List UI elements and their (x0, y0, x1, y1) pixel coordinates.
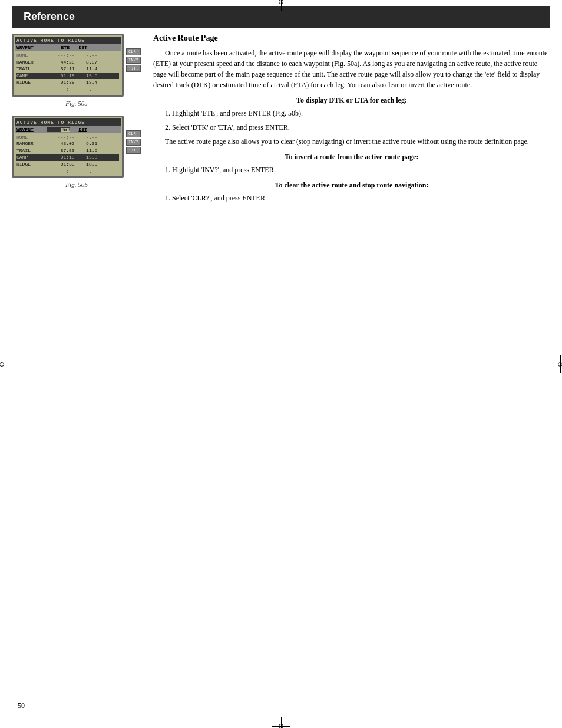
table-row: HOME ---:-- -.-- (16, 134, 119, 141)
screen-50b-body: HOME ---:-- -.-- RANGER 45:02 9.01 (15, 133, 121, 176)
sub-heading-1: To display DTK or ETA for each leg: (153, 96, 550, 105)
figure-50a-wrapper: ACTIVE HOME TO RIDGE WRVPNT ETE DST HOME… (12, 34, 141, 97)
screen-50b-title: ACTIVE HOME TO RIDGE (15, 118, 121, 126)
page-number: 50 (18, 701, 25, 710)
inv-button-50b[interactable]: INV? (126, 139, 141, 146)
nav-button-50a[interactable]: ↑↓T↓ (126, 65, 141, 72)
table-row-active: CAMP 01:15 15.8 (16, 154, 119, 161)
screen-50a: ACTIVE HOME TO RIDGE WRVPNT ETE DST HOME… (12, 34, 124, 97)
table-row: RANGER 44:28 8.87 (16, 59, 119, 66)
table-row: RANGER 45:02 9.01 (16, 140, 119, 147)
screen-50b-header: WRVPNT ETE DST (15, 126, 121, 133)
screen-50b-side: CLR↑ INV? ↑↓T↓ (126, 130, 141, 154)
step-1b: 2. Select 'DTK' or 'ETA', and press ENTE… (165, 122, 550, 133)
nav-button-50b[interactable]: ↑↓T↓ (126, 147, 141, 154)
screen-50b: ACTIVE HOME TO RIDGE WRVPNT ETE DST HOME… (12, 116, 124, 179)
screen-50a-side: CLR↑ INV? ↑↓T↓ (126, 48, 141, 72)
figure-50b: ACTIVE HOME TO RIDGE WRVPNT ETE DST HOME… (12, 116, 141, 189)
clr-button-50b[interactable]: CLR↑ (126, 130, 141, 137)
header-title: Reference (24, 11, 75, 22)
step-1a: 1. Highlight 'ETE', and press ENTER (Fig… (165, 108, 550, 118)
table-row: ------- ---:-- -.-- (16, 86, 119, 93)
table-row: RIDGE 01:35 18.4 (16, 79, 119, 86)
section-title: Active Route Page (153, 34, 550, 43)
right-column: Active Route Page Once a route has been … (153, 34, 550, 207)
screen-50a-header: WRVPNT ETE DST (15, 44, 121, 51)
content-area: ACTIVE HOME TO RIDGE WRVPNT ETE DST HOME… (0, 28, 562, 213)
clr-button-50a[interactable]: CLR↑ (126, 48, 141, 55)
figure-50b-wrapper: ACTIVE HOME TO RIDGE WRVPNT ETE DST HOME… (12, 116, 141, 179)
table-row: TRAIL 57:53 11.6 (16, 147, 119, 154)
table-row: HOME ---:-- -.-- (16, 52, 119, 59)
step-3a: 1. Select 'CLR?', and press ENTER. (165, 193, 550, 203)
table-row-active: CAMP 01:18 15.6 (16, 73, 119, 80)
paragraph-1: Once a route has been activated, the act… (153, 48, 550, 90)
step-2a: 1. Highlight 'INV?', and press ENTER. (165, 164, 550, 175)
table-row: TRAIL 57:11 11.4 (16, 65, 119, 73)
table-row: RIDGE 01:33 18.5 (16, 161, 119, 168)
left-column: ACTIVE HOME TO RIDGE WRVPNT ETE DST HOME… (12, 34, 141, 207)
figure-50a: ACTIVE HOME TO RIDGE WRVPNT ETE DST HOME… (12, 34, 141, 107)
caption-50a: Fig. 50a (12, 100, 141, 107)
screen-50a-body: HOME ---:-- -.-- RANGER 44:28 8.87 (15, 51, 121, 94)
screen-50a-title: ACTIVE HOME TO RIDGE (15, 37, 121, 44)
inv-button-50a[interactable]: INV? (126, 57, 141, 64)
caption-50b: Fig. 50b (12, 181, 141, 188)
sub-heading-3: To clear the active route and stop route… (153, 181, 550, 190)
table-row: ------- ---:-- -.-- (16, 168, 119, 175)
paragraph-2: The active route page also allows you to… (153, 136, 550, 147)
sub-heading-2: To invert a route from the active route … (153, 153, 550, 162)
